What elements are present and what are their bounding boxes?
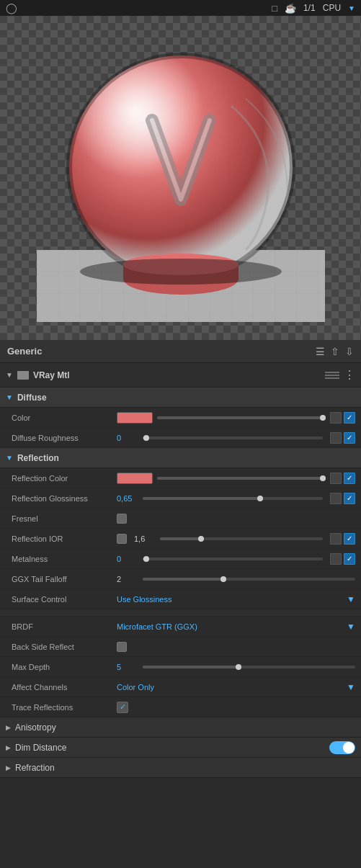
trace-reflections-row: Trace Reflections ✓ bbox=[0, 697, 361, 717]
diffuse-group-label: Diffuse bbox=[17, 393, 47, 403]
reflection-color-check[interactable]: ✓ bbox=[344, 473, 355, 484]
reflection-color-label: Reflection Color bbox=[12, 474, 112, 483]
reflection-glossiness-value[interactable]: 0,65 bbox=[117, 494, 138, 503]
diffuse-roughness-slider[interactable] bbox=[143, 437, 323, 439]
diffuse-color-checker-icon[interactable] bbox=[330, 412, 342, 424]
trace-reflections-checkbox[interactable]: ✓ bbox=[117, 702, 128, 713]
reflection-ior-value[interactable]: 1,6 bbox=[134, 534, 156, 543]
reflection-color-checker-icon[interactable] bbox=[330, 473, 342, 484]
ior-checkbox[interactable] bbox=[117, 534, 127, 544]
brdf-arrow-icon[interactable]: ▼ bbox=[347, 622, 355, 632]
trace-reflections-label: Trace Reflections bbox=[12, 703, 112, 712]
maxdepth-value[interactable]: 5 bbox=[117, 663, 138, 671]
reflection-group-label: Reflection bbox=[17, 453, 59, 463]
material-icon bbox=[17, 371, 29, 380]
dim-distance-label: Dim Distance bbox=[15, 743, 66, 753]
upload-icon[interactable]: ⇧ bbox=[331, 346, 339, 357]
reflection-glossiness-checker-icon[interactable] bbox=[330, 493, 342, 504]
maxdepth-slider[interactable] bbox=[143, 666, 355, 668]
diffuse-roughness-row: Diffuse Roughness 0 ✓ bbox=[0, 428, 361, 448]
preview-area bbox=[0, 16, 361, 340]
reflection-glossiness-check[interactable]: ✓ bbox=[344, 493, 355, 504]
ggx-value[interactable]: 2 bbox=[117, 575, 138, 583]
empty-gap-row bbox=[0, 609, 361, 617]
collapse-triangle-icon[interactable]: ▼ bbox=[6, 371, 13, 379]
surface-control-arrow-icon[interactable]: ▼ bbox=[347, 594, 355, 604]
diffuse-roughness-value[interactable]: 0 bbox=[117, 434, 138, 442]
ior-check-area: ✓ bbox=[330, 533, 355, 545]
metalness-label: Metalness bbox=[12, 555, 112, 563]
diffuse-roughness-check[interactable]: ✓ bbox=[344, 432, 355, 444]
reflection-color-swatch[interactable] bbox=[117, 473, 153, 484]
material-name[interactable]: VRay Mtl bbox=[33, 370, 321, 380]
surface-control-value[interactable]: Use Glossiness bbox=[117, 595, 342, 604]
window-icon[interactable]: □ bbox=[272, 3, 277, 14]
metalness-check[interactable]: ✓ bbox=[344, 553, 355, 565]
cpu-label: CPU bbox=[323, 3, 341, 13]
affect-channels-label: Affect Channels bbox=[12, 683, 112, 692]
sphere-preview bbox=[0, 16, 361, 340]
anisotropy-section-header[interactable]: ▶ Anisotropy bbox=[0, 717, 361, 738]
backside-checkbox[interactable] bbox=[117, 642, 127, 652]
dim-distance-toggle[interactable] bbox=[329, 741, 355, 754]
diffuse-color-row: Color ✓ bbox=[0, 408, 361, 428]
metalness-check-area: ✓ bbox=[330, 553, 355, 565]
material-row: ▼ VRay Mtl ⋮ bbox=[0, 363, 361, 388]
chevron-down-icon[interactable]: ▼ bbox=[348, 4, 355, 12]
ior-checker-icon[interactable] bbox=[330, 533, 342, 545]
reflection-color-slider[interactable] bbox=[157, 477, 323, 480]
surface-control-row: Surface Control Use Glossiness ▼ bbox=[0, 589, 361, 609]
dim-distance-collapse-icon: ▶ bbox=[6, 744, 11, 751]
reflection-glossiness-slider[interactable] bbox=[143, 497, 323, 500]
reflection-ior-slider[interactable] bbox=[160, 537, 323, 540]
maxdepth-row: Max Depth 5 bbox=[0, 657, 361, 677]
dim-distance-toggle-knob bbox=[343, 742, 355, 753]
metalness-value[interactable]: 0 bbox=[117, 555, 138, 563]
brdf-label: BRDF bbox=[12, 622, 112, 631]
metalness-checker-icon[interactable] bbox=[330, 553, 342, 565]
svg-point-10 bbox=[80, 259, 282, 285]
metalness-row: Metalness 0 ✓ bbox=[0, 549, 361, 569]
refraction-collapse-icon: ▶ bbox=[6, 764, 11, 771]
diffuse-roughness-label: Diffuse Roughness bbox=[12, 434, 112, 442]
download-icon[interactable]: ⇩ bbox=[345, 346, 354, 357]
affect-channels-arrow-icon[interactable]: ▼ bbox=[347, 682, 355, 692]
reflection-chevron-icon: ▼ bbox=[6, 454, 13, 462]
fresnel-row: Fresnel bbox=[0, 509, 361, 529]
diffuse-color-label: Color bbox=[12, 413, 112, 422]
ggx-row: GGX Tail Falloff 2 bbox=[0, 569, 361, 589]
diffuse-group-header[interactable]: ▼ Diffuse bbox=[0, 388, 361, 408]
reflection-glossiness-row: Reflection Glossiness 0,65 ✓ bbox=[0, 488, 361, 509]
affect-channels-row: Affect Channels Color Only ▼ bbox=[0, 677, 361, 697]
ggx-label: GGX Tail Falloff bbox=[12, 575, 112, 583]
reflection-color-check-area: ✓ bbox=[330, 473, 355, 484]
reflection-group-header[interactable]: ▼ Reflection bbox=[0, 448, 361, 468]
generic-title: Generic bbox=[7, 346, 310, 357]
fresnel-checkbox[interactable] bbox=[117, 514, 127, 524]
maxdepth-label: Max Depth bbox=[12, 663, 112, 671]
more-options-icon[interactable]: ⋮ bbox=[344, 368, 355, 382]
logo-icon: ◯ bbox=[6, 2, 17, 14]
diffuse-color-slider[interactable] bbox=[157, 416, 323, 419]
brdf-row: BRDF Microfacet GTR (GGX) ▼ bbox=[0, 617, 361, 637]
reflection-glossiness-label: Reflection Glossiness bbox=[12, 494, 112, 503]
backside-label: Back Side Reflect bbox=[12, 643, 112, 651]
diffuse-roughness-checker-icon[interactable] bbox=[330, 432, 342, 444]
ior-check[interactable]: ✓ bbox=[344, 533, 355, 545]
anisotropy-label: Anisotropy bbox=[15, 722, 56, 733]
diffuse-color-swatch[interactable] bbox=[117, 412, 153, 424]
ggx-slider[interactable] bbox=[143, 578, 355, 581]
reflection-color-row: Reflection Color ✓ bbox=[0, 468, 361, 488]
sliders-icon[interactable]: ☰ bbox=[316, 346, 325, 357]
metalness-slider[interactable] bbox=[143, 558, 323, 560]
affect-channels-value[interactable]: Color Only bbox=[117, 683, 342, 692]
ratio-label: 1/1 bbox=[303, 3, 316, 13]
diffuse-color-check-area: ✓ bbox=[330, 412, 355, 424]
diffuse-color-check[interactable]: ✓ bbox=[344, 412, 355, 424]
refraction-section-header[interactable]: ▶ Refraction bbox=[0, 758, 361, 778]
dim-distance-section-header[interactable]: ▶ Dim Distance bbox=[0, 738, 361, 758]
anisotropy-collapse-icon: ▶ bbox=[6, 724, 11, 731]
fresnel-label: Fresnel bbox=[12, 514, 112, 523]
render-icon[interactable]: ☕ bbox=[285, 3, 296, 14]
brdf-value[interactable]: Microfacet GTR (GGX) bbox=[117, 622, 342, 631]
